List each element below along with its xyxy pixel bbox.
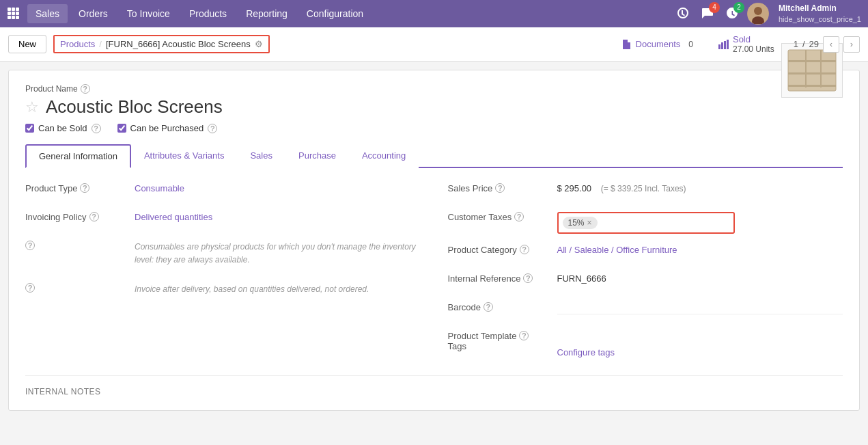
main-content: Product Name ? ☆ Acoustic Bloc Screens C… [8,70,860,411]
settings-icon[interactable]: ⚙ [255,39,263,49]
invoicing-policy-value[interactable]: Delivered quantities [135,208,421,222]
checkboxes: Can be Sold ? Can be Purchased ? [25,123,843,133]
breadcrumb-current: [FURN_6666] Acoustic Bloc Screens [106,39,251,49]
user-name: Mitchell Admin [779,3,861,14]
user-info: Mitchell Admin hide_show_cost_price_1 [779,3,861,24]
sold-button[interactable]: Sold 27.00 Units [712,31,780,57]
nav-products[interactable]: Products [181,4,235,23]
pagination: 1 / 29 ‹ › [794,36,860,53]
help-row-1: ? Consumables are physical products for … [25,237,421,272]
nav-sales[interactable]: Sales [27,4,68,23]
svg-rect-8 [16,16,19,19]
help-icon-2[interactable]: ? [25,283,35,293]
incl-taxes: (= $ 339.25 Incl. Taxes) [601,184,686,193]
breadcrumb-bar: New Products / [FURN_6666] Acoustic Bloc… [0,27,868,62]
internal-notes-section: INTERNAL NOTES [25,387,843,396]
tabs: General Information Attributes & Variant… [25,144,843,168]
tab-general-information[interactable]: General Information [25,144,131,168]
product-category-value[interactable]: All / Saleable / Office Furniture [557,241,843,255]
sales-price-value: $ 295.00 (= $ 339.25 Incl. Taxes) [557,179,843,193]
svg-rect-5 [16,12,19,15]
grid-icon[interactable] [7,7,19,21]
nav-items: Sales Orders To Invoice Products Reporti… [27,4,673,23]
tax-input-area[interactable]: 15% × [557,212,735,234]
svg-rect-17 [788,60,836,62]
breadcrumb: Products / [FURN_6666] Acoustic Bloc Scr… [53,35,270,53]
product-type-row: Product Type ? Consumable [25,179,421,201]
nav-to-invoice[interactable]: To Invoice [119,4,178,23]
sold-help[interactable]: ? [92,124,101,133]
sold-value: 27.00 Units [733,44,774,54]
product-category-help[interactable]: ? [520,245,529,254]
nav-reporting[interactable]: Reporting [238,4,296,23]
barcode-value[interactable] [557,298,843,314]
favorite-icon[interactable]: ☆ [25,98,39,116]
tab-sales[interactable]: Sales [237,144,285,168]
internal-reference-label: Internal Reference ? [448,269,557,284]
documents-label: Documents [636,39,681,49]
documents-button[interactable]: Documents 0 [615,36,699,53]
svg-rect-14 [724,41,726,49]
svg-rect-2 [16,8,19,11]
help-icon-1[interactable]: ? [25,241,35,250]
product-title: Acoustic Bloc Screens [46,96,223,118]
product-title-row: ☆ Acoustic Bloc Screens [25,96,768,118]
sales-price-row: Sales Price ? $ 295.00 (= $ 339.25 Incl.… [448,179,843,201]
can-be-sold-label: Can be Sold [38,123,87,133]
user-subtitle: hide_show_cost_price_1 [779,14,861,24]
svg-rect-13 [721,42,723,49]
tax-tag-15: 15% × [563,217,598,229]
invoicing-policy-row: Invoicing Policy ? Delivered quantities [25,208,421,230]
nav-configuration[interactable]: Configuration [298,4,372,23]
form-content: Product Type ? Consumable Invoicing Poli… [25,179,843,364]
product-type-value[interactable]: Consumable [135,179,421,193]
divider [25,375,843,376]
form-left: Product Type ? Consumable Invoicing Poli… [25,179,421,364]
prev-page-button[interactable]: ‹ [823,36,839,53]
new-button[interactable]: New [8,35,46,53]
can-be-purchased-label: Can be Purchased [130,123,204,133]
svg-rect-7 [12,16,15,19]
product-name-label: Product Name ? [25,84,768,94]
sales-price-label: Sales Price ? [448,179,557,193]
invoicing-policy-label: Invoicing Policy ? [25,208,135,222]
product-category-label: Product Category ? [448,241,557,255]
invoicing-policy-help[interactable]: ? [89,212,99,221]
svg-rect-0 [8,8,11,11]
tab-purchase[interactable]: Purchase [285,144,349,168]
breadcrumb-parent[interactable]: Products [60,39,95,49]
form-right: Sales Price ? $ 295.00 (= $ 339.25 Incl.… [448,179,843,364]
customer-taxes-help[interactable]: ? [514,212,524,221]
next-page-button[interactable]: › [843,36,860,53]
can-be-sold-checkbox[interactable]: Can be Sold ? [25,123,101,133]
documents-count: 0 [688,40,693,49]
invoice-note: Invoice after delivery, based on quantit… [135,283,421,296]
sold-label: Sold [733,34,774,44]
tab-attributes-variants[interactable]: Attributes & Variants [131,144,238,168]
updates-icon[interactable]: 2 [723,3,742,25]
page-total: 29 [809,39,819,49]
purchased-help[interactable]: ? [208,124,217,133]
avatar[interactable] [747,3,769,25]
tax-remove-icon[interactable]: × [587,218,592,228]
product-template-tags-value: Configure tags [557,327,843,358]
svg-rect-15 [727,40,729,49]
activity-icon[interactable] [673,3,692,25]
product-type-help[interactable]: ? [80,183,89,193]
nav-orders[interactable]: Orders [70,4,116,23]
tab-accounting[interactable]: Accounting [349,144,419,168]
product-category-row: Product Category ? All / Saleable / Offi… [448,241,843,262]
svg-rect-3 [8,12,11,15]
svg-rect-6 [8,16,11,19]
product-name-help[interactable]: ? [81,84,90,94]
can-be-purchased-checkbox[interactable]: Can be Purchased ? [117,123,218,133]
sales-price-help[interactable]: ? [495,183,505,193]
customer-taxes-label: Customer Taxes ? [448,208,557,222]
configure-tags-link[interactable]: Configure tags [557,347,615,358]
template-tags-help[interactable]: ? [519,331,529,340]
barcode-help[interactable]: ? [484,302,493,312]
internal-reference-help[interactable]: ? [523,273,533,283]
consumable-note: Consumables are physical products for wh… [135,241,421,267]
help-row-2: ? Invoice after delivery, based on quant… [25,279,421,301]
messages-icon[interactable]: 4 [698,3,717,25]
